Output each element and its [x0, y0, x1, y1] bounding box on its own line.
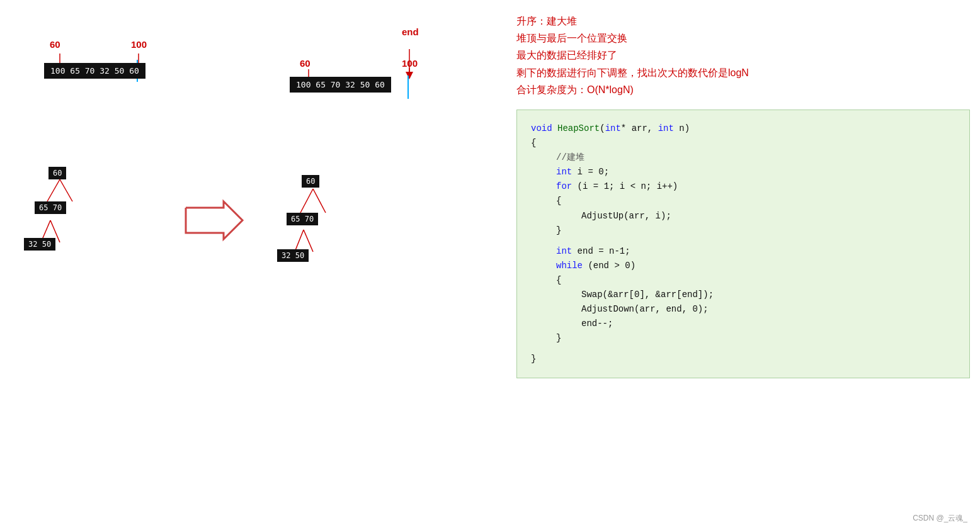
code-line-open1: {	[531, 194, 955, 208]
svg-line-13	[295, 230, 304, 252]
watermark: CSDN @_云魂_	[913, 513, 967, 524]
label-60-right: 60	[300, 58, 311, 69]
description: 升序：建大堆 堆顶与最后一个位置交换 最大的数据已经排好了 剩下的数据进行向下调…	[516, 13, 970, 98]
svg-line-14	[304, 230, 313, 252]
label-100-left: 100	[131, 39, 147, 50]
code-line-int-i: int i = 0;	[531, 165, 955, 179]
label-60-left: 60	[50, 39, 60, 50]
code-line-for: for (i = 1; i < n; i++)	[531, 179, 955, 194]
desc-line2: 堆顶与最后一个位置交换	[516, 30, 970, 47]
diagram-area: 60 100 100 65 70 32 50 60 end 60 100 100…	[0, 0, 504, 530]
code-line-open0: {	[531, 136, 955, 150]
tree-node-60-right: 60	[302, 175, 319, 188]
tree-node-65-70-left: 65 70	[35, 201, 66, 214]
right-panel: 升序：建大堆 堆顶与最后一个位置交换 最大的数据已经排好了 剩下的数据进行向下调…	[516, 13, 970, 378]
svg-line-7	[47, 179, 60, 201]
svg-line-11	[300, 189, 313, 213]
code-line-enddec: end--;	[531, 317, 955, 331]
code-line-comment: //建堆	[531, 150, 955, 165]
label-end: end	[402, 26, 419, 37]
tree-node-60-left: 60	[48, 167, 66, 179]
array-bar-left: 100 65 70 32 50 60	[44, 63, 145, 79]
code-line-int-end: int end = n-1;	[531, 244, 955, 259]
desc-line1: 升序：建大堆	[516, 13, 970, 30]
desc-line5: 合计复杂度为：O(N*logN)	[516, 81, 970, 98]
tree-node-32-50-left: 32 50	[24, 238, 55, 251]
code-line-close2: }	[531, 331, 955, 346]
right-arrow	[183, 198, 246, 245]
code-line-signature: void HeapSort(int* arr, int n)	[531, 121, 955, 136]
code-line-adjustup: AdjustUp(arr, i);	[531, 209, 955, 223]
code-line-adjustdown: AdjustDown(arr, end, 0);	[531, 302, 955, 317]
code-line-swap: Swap(&arr[0], &arr[end]);	[531, 288, 955, 302]
code-line-while: while (end > 0)	[531, 259, 955, 273]
tree-node-32-50-right: 32 50	[277, 249, 309, 262]
label-100-right: 100	[402, 58, 418, 69]
code-line-open2: {	[531, 273, 955, 288]
desc-line4: 剩下的数据进行向下调整，找出次大的数代价是logN	[516, 64, 970, 81]
desc-line3: 最大的数据已经排好了	[516, 47, 970, 64]
code-block: void HeapSort(int* arr, int n) { //建堆 in…	[516, 110, 970, 379]
array-bar-right: 100 65 70 32 50 60	[290, 77, 391, 93]
code-line-close1: }	[531, 223, 955, 238]
svg-overlay	[0, 0, 504, 530]
tree-node-65-70-right: 65 70	[287, 213, 318, 225]
code-line-close3: }	[531, 352, 955, 366]
svg-line-8	[60, 179, 72, 201]
svg-line-12	[313, 189, 326, 213]
